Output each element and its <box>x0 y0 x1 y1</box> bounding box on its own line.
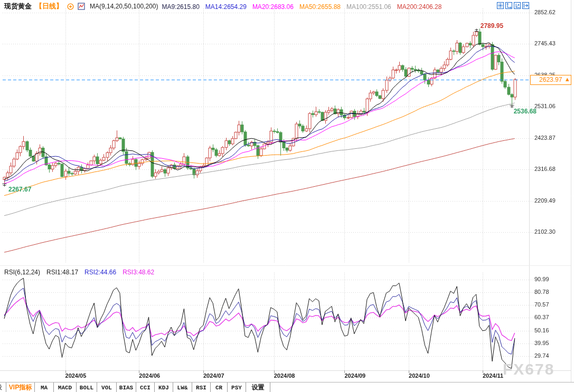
rsi-axis-label: 80.78 <box>534 289 549 295</box>
chart-toolbar-icons <box>497 2 529 9</box>
ma-value-label: MA100:2551.06 <box>346 3 391 11</box>
x-axis-label: 2024/10 <box>409 372 430 379</box>
chart-canvas[interactable] <box>0 0 574 392</box>
indicator-tab-bias[interactable]: BIAS <box>117 383 136 392</box>
rsi-settings-label: RSI(6,12,24) <box>4 269 40 277</box>
indicator-tab-kdj[interactable]: KDJ <box>155 383 173 392</box>
pan-to-latest-icon[interactable] <box>522 2 529 9</box>
rsi-value-label: RSI1:48.17 <box>46 269 78 276</box>
axis-scale-vertical-icon[interactable] <box>505 2 512 9</box>
clipped-tab[interactable]: 设 <box>0 383 6 392</box>
ma-value-label: MA50:2655.88 <box>299 3 341 11</box>
price-axis-label: 2209.49 <box>534 197 556 204</box>
ma-value-label: MA9:2615.80 <box>162 3 199 11</box>
chart-header: 现货黄金 【日线】 MA(9,14,20,50,100,200) MA9:261… <box>4 2 447 11</box>
indicator-tab-rsi[interactable]: RSI <box>192 383 211 392</box>
indicator-tab-macd[interactable]: MACD <box>54 383 77 392</box>
indicator-tab-vol[interactable]: VOL <box>97 383 117 392</box>
price-axis-label: 2316.68 <box>534 166 556 172</box>
ma-value-label: MA200:2406.28 <box>397 3 442 11</box>
ma-value-label: MA20:2683.06 <box>252 3 294 11</box>
price-axis-label: 2531.06 <box>534 103 556 109</box>
ma-value-list: MA9:2615.80MA14:2654.29MA20:2683.06MA50:… <box>162 2 447 11</box>
indicator-tab-cr[interactable]: CR <box>211 383 228 392</box>
indicator-tab-ma[interactable]: MA <box>35 383 54 392</box>
indicator-tab-list: VIP指标MAMACDBOLLVOLBIASCCIKDJLW&RSICRPSY设… <box>6 383 270 392</box>
crosshair-icon[interactable] <box>497 2 504 9</box>
x-axis-label: 2024/07 <box>203 372 224 379</box>
price-axis-label: 2852.62 <box>534 9 556 15</box>
period-label: 【日线】 <box>35 2 63 11</box>
rsi-axis-label: 70.57 <box>534 301 549 308</box>
indicator-tab-lw[interactable]: LW& <box>173 383 192 392</box>
rsi-axis-label: 39.95 <box>534 340 549 346</box>
range-low-annotation: 2267.67 <box>8 186 31 193</box>
rsi-axis-label: 60.37 <box>534 314 549 320</box>
x-axis-label: 2024/11 <box>483 372 503 379</box>
axis-scale-auto-icon[interactable] <box>514 2 521 9</box>
symbol-title: 现货黄金 <box>4 2 32 11</box>
rsi-axis-label: 90.99 <box>534 276 549 282</box>
indicator-tab-psy[interactable]: PSY <box>228 383 246 392</box>
trading-chart-window: 现货黄金 【日线】 MA(9,14,20,50,100,200) MA9:261… <box>0 0 574 392</box>
indicator-tab-boll[interactable]: BOLL <box>77 383 97 392</box>
price-axis-label: 2102.30 <box>534 228 556 235</box>
rsi-value-label: RSI3:48.62 <box>123 269 154 276</box>
indicator-tab-cci[interactable]: CCI <box>136 383 155 392</box>
indicator-toolbar: 设 VIP指标MAMACDBOLLVOLBIASCCIKDJLW&RSICRPS… <box>0 382 574 392</box>
range-high-annotation: 2789.95 <box>481 22 503 30</box>
x-axis-label: 2024/09 <box>344 372 365 379</box>
add-overlay-icon[interactable] <box>67 3 74 10</box>
recent-low-annotation: 2536.68 <box>514 108 537 115</box>
x-axis-label: 2024/06 <box>139 372 160 379</box>
chart-type-icon[interactable] <box>78 3 85 10</box>
rsi-value-label: RSI2:44.66 <box>84 269 116 276</box>
price-axis-label: 2745.43 <box>534 40 556 46</box>
x-axis-label: 2024/08 <box>274 372 295 379</box>
ma-value-label: MA14:2654.29 <box>205 3 247 11</box>
indicator-tab-[interactable]: 设置 <box>246 383 270 392</box>
fx678-watermark: FX678 <box>503 360 554 378</box>
rsi-axis-label: 29.74 <box>534 352 549 359</box>
x-axis-label: 2024/05 <box>65 372 87 379</box>
latest-price-arrow-icon[interactable]: ▲ <box>564 77 570 82</box>
ma-settings-label: MA(9,14,20,50,100,200) <box>90 3 158 10</box>
indicator-tab-vip[interactable]: VIP指标 <box>6 383 35 392</box>
price-axis-label: 2423.87 <box>534 135 556 141</box>
rsi-header: RSI(6,12,24) RSI1:48.17RSI2:44.66RSI3:48… <box>4 269 161 277</box>
rsi-value-list: RSI1:48.17RSI2:44.66RSI3:48.62 <box>46 269 161 277</box>
rsi-axis-label: 50.16 <box>534 327 549 333</box>
